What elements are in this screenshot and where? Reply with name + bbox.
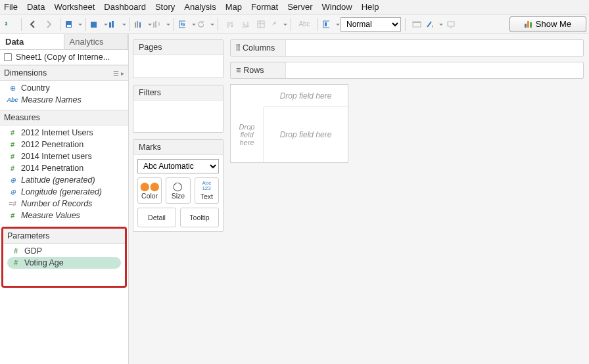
- svg-rect-9: [153, 22, 154, 28]
- hash-icon: #: [8, 164, 17, 172]
- field-2012-penetration[interactable]: #2012 Penetration: [0, 139, 128, 150]
- field-number-of-records[interactable]: =#Number of Records: [0, 198, 128, 210]
- viz-drop-area[interactable]: Drop field here Drop field here Drop fie…: [230, 84, 348, 163]
- menu-window[interactable]: Window: [321, 2, 352, 12]
- menu-data[interactable]: Data: [27, 2, 45, 12]
- drop-columns-target[interactable]: Drop field here: [264, 85, 348, 107]
- menu-map[interactable]: Map: [225, 2, 242, 12]
- menu-dashboard[interactable]: Dashboard: [104, 2, 146, 12]
- rows-shelf[interactable]: ≡Rows: [230, 62, 584, 79]
- svg-rect-1: [67, 25, 71, 27]
- menu-worksheet[interactable]: Worksheet: [54, 2, 95, 12]
- menu-format[interactable]: Format: [251, 2, 278, 12]
- fit-button[interactable]: [322, 17, 337, 32]
- download-button[interactable]: [444, 17, 458, 32]
- menu-server[interactable]: Server: [287, 2, 312, 12]
- rows-icon: ≡: [236, 66, 241, 75]
- marks-detail-button[interactable]: Detail: [137, 208, 176, 227]
- new-worksheet-button[interactable]: [108, 17, 123, 32]
- svg-rect-6: [137, 21, 138, 28]
- color-icon: ⬤⬤: [140, 182, 160, 191]
- hash-icon: #: [11, 247, 20, 255]
- globe-icon: ⊕: [8, 176, 17, 185]
- totals-button[interactable]: [254, 17, 268, 32]
- svg-rect-14: [325, 22, 327, 26]
- field-latitude[interactable]: ⊕Latitude (generated): [0, 174, 128, 186]
- field-country[interactable]: ⊕Country: [0, 82, 128, 94]
- marks-card-title: Marks: [133, 140, 223, 155]
- marks-color-button[interactable]: ⬤⬤Color: [137, 177, 162, 204]
- drop-rows-target[interactable]: Drop field here: [231, 107, 264, 162]
- tableau-logo-icon[interactable]: [3, 17, 17, 32]
- forward-button[interactable]: [41, 17, 56, 32]
- menu-help[interactable]: Help: [362, 2, 379, 12]
- dimensions-list: ⊕Country AbcMeasure Names: [0, 81, 128, 110]
- pages-card-title: Pages: [133, 40, 223, 55]
- menu-file[interactable]: File: [4, 2, 18, 12]
- data-pane: Data Analytics Sheet1 (Copy of Interne..…: [0, 34, 129, 364]
- param-gdp[interactable]: #GDP: [3, 245, 125, 257]
- new-datasource-button[interactable]: [90, 17, 105, 32]
- svg-rect-3: [109, 22, 111, 28]
- hash-icon: #: [8, 141, 17, 148]
- field-measure-names[interactable]: AbcMeasure Names: [0, 94, 128, 106]
- svg-rect-2: [91, 22, 97, 28]
- marks-tooltip-button[interactable]: Tooltip: [180, 208, 219, 227]
- refresh-button[interactable]: [197, 17, 211, 32]
- field-2014-penetration[interactable]: #2014 Penetration: [0, 162, 128, 174]
- marks-text-button[interactable]: Abc123Text: [195, 177, 219, 204]
- svg-rect-10: [155, 21, 156, 28]
- param-voting-age[interactable]: #Voting Age: [7, 257, 121, 269]
- mark-type-select[interactable]: Abc Automatic: [137, 159, 219, 173]
- field-measure-values[interactable]: #Measure Values: [0, 210, 128, 221]
- svg-rect-17: [432, 25, 433, 28]
- columns-icon: ⦙⦙⦙: [236, 43, 240, 53]
- drop-main-target[interactable]: Drop field here: [264, 107, 348, 162]
- marks-size-button[interactable]: ◯Size: [166, 177, 190, 204]
- menu-bar: File Data Worksheet Dashboard Story Anal…: [0, 0, 589, 14]
- presentation-mode-button[interactable]: [410, 17, 424, 32]
- pages-card[interactable]: Pages: [133, 39, 224, 78]
- bars-icon: [525, 21, 532, 28]
- datasource-label: Sheet1 (Copy of Interne...: [16, 53, 110, 62]
- highlight-button[interactable]: [270, 17, 284, 32]
- columns-shelf[interactable]: ⦙⦙⦙Columns: [230, 39, 584, 57]
- menu-story[interactable]: Story: [155, 2, 175, 12]
- menu-analysis[interactable]: Analysis: [184, 2, 216, 12]
- back-button[interactable]: [26, 17, 40, 32]
- hash-icon: #: [11, 259, 20, 267]
- dimensions-header: Dimensions ☰ ▸: [0, 65, 128, 81]
- clear-worksheet-button[interactable]: [153, 17, 167, 32]
- swap-button[interactable]: [178, 17, 193, 32]
- text-icon: Abc123: [202, 181, 211, 191]
- datasource-row[interactable]: Sheet1 (Copy of Interne...: [0, 50, 128, 65]
- fit-mode-select[interactable]: Normal: [341, 17, 401, 32]
- measures-header: Measures: [0, 110, 128, 125]
- filters-card[interactable]: Filters: [133, 85, 224, 133]
- filters-card-title: Filters: [133, 85, 223, 101]
- datasource-icon: [4, 53, 12, 61]
- tab-data[interactable]: Data: [0, 34, 64, 49]
- dimensions-menu-icon[interactable]: ☰ ▸: [113, 70, 124, 77]
- show-cards-button[interactable]: [425, 17, 440, 32]
- labels-button[interactable]: Abc: [295, 17, 314, 32]
- hash-icon: #: [8, 152, 17, 160]
- tab-analytics[interactable]: Analytics: [64, 34, 129, 49]
- globe-icon: ⊕: [8, 188, 17, 196]
- sort-desc-button[interactable]: [238, 17, 252, 32]
- size-icon: ◯: [173, 182, 183, 191]
- duplicate-worksheet-button[interactable]: [134, 17, 149, 32]
- field-2014-internet-users[interactable]: #2014 Internet users: [0, 150, 128, 162]
- field-longitude[interactable]: ⊕Longitude (generated): [0, 186, 128, 198]
- svg-rect-16: [413, 22, 421, 23]
- rows-label: Rows: [243, 66, 264, 75]
- field-2012-internet-users[interactable]: #2012 Internet Users: [0, 127, 128, 139]
- save-button[interactable]: [64, 17, 79, 32]
- show-me-button[interactable]: Show Me: [509, 16, 586, 32]
- svg-rect-5: [135, 22, 136, 28]
- svg-rect-12: [258, 21, 264, 28]
- marks-card: Marks Abc Automatic ⬤⬤Color ◯Size Abc123…: [133, 139, 224, 232]
- show-me-label: Show Me: [536, 19, 571, 29]
- sort-asc-button[interactable]: [222, 17, 237, 32]
- parameters-list: #GDP #Voting Age: [3, 244, 125, 273]
